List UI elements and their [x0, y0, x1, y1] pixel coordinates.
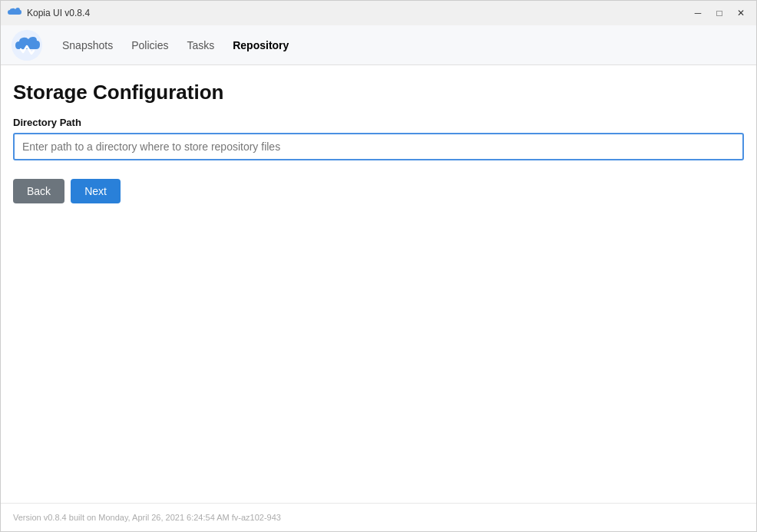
main-content: Storage Configuration Directory Path Bac…	[1, 65, 756, 503]
page-title: Storage Configuration	[13, 81, 744, 104]
nav-logo	[10, 28, 44, 62]
title-bar: Kopia UI v0.8.4 ─ □ ✕	[1, 1, 756, 25]
nav-snapshots[interactable]: Snapshots	[56, 36, 119, 55]
version-text: Version v0.8.4 built on Monday, April 26…	[13, 513, 281, 522]
next-button[interactable]: Next	[71, 179, 121, 203]
nav-policies[interactable]: Policies	[125, 36, 174, 55]
footer: Version v0.8.4 built on Monday, April 26…	[1, 503, 756, 531]
nav-bar: Snapshots Policies Tasks Repository	[1, 25, 756, 65]
title-bar-left: Kopia UI v0.8.4	[7, 7, 90, 19]
app-icon	[7, 7, 22, 19]
back-button[interactable]: Back	[13, 179, 64, 203]
directory-path-input[interactable]	[13, 133, 744, 160]
window-controls: ─ □ ✕	[689, 5, 750, 21]
button-row: Back Next	[13, 179, 744, 203]
close-button[interactable]: ✕	[732, 5, 750, 21]
nav-repository[interactable]: Repository	[226, 36, 295, 55]
maximize-button[interactable]: □	[710, 5, 729, 21]
app-title: Kopia UI v0.8.4	[27, 8, 90, 18]
minimize-button[interactable]: ─	[689, 5, 707, 21]
nav-tasks[interactable]: Tasks	[180, 36, 220, 55]
directory-path-label: Directory Path	[13, 117, 744, 128]
